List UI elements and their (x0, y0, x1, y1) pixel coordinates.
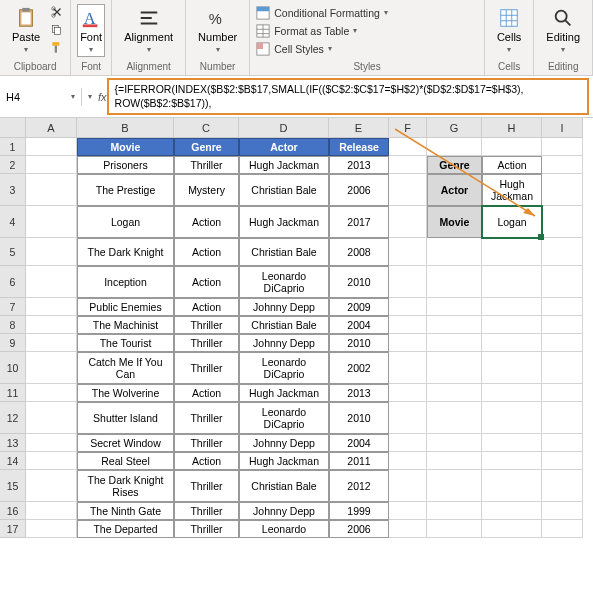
cell[interactable] (389, 298, 427, 316)
row-header[interactable]: 15 (0, 470, 26, 502)
cell-release[interactable]: 2012 (329, 470, 389, 502)
row-header[interactable]: 14 (0, 452, 26, 470)
cell[interactable] (427, 266, 482, 298)
header-actor[interactable]: Actor (239, 138, 329, 156)
cell-movie[interactable]: Public Enemies (77, 298, 174, 316)
cell-genre[interactable]: Action (174, 384, 239, 402)
cell-release[interactable]: 2004 (329, 434, 389, 452)
cell-movie[interactable]: Shutter Island (77, 402, 174, 434)
col-header-f[interactable]: F (389, 118, 427, 138)
cell[interactable] (26, 316, 77, 334)
cell-actor[interactable]: Leonardo DiCaprio (239, 266, 329, 298)
cell-actor[interactable]: Johnny Depp (239, 334, 329, 352)
cell[interactable] (26, 502, 77, 520)
cell[interactable] (542, 316, 583, 334)
cell-movie[interactable]: Inception (77, 266, 174, 298)
row-header[interactable]: 10 (0, 352, 26, 384)
lookup-genre-label[interactable]: Genre (427, 156, 482, 174)
cell[interactable] (389, 520, 427, 538)
cell[interactable] (427, 238, 482, 266)
cell[interactable] (427, 352, 482, 384)
cell-release[interactable]: 2006 (329, 174, 389, 206)
cell-genre[interactable]: Action (174, 206, 239, 238)
cell[interactable] (26, 174, 77, 206)
cell[interactable] (389, 402, 427, 434)
cell[interactable] (26, 266, 77, 298)
row-header[interactable]: 8 (0, 316, 26, 334)
cell-movie[interactable]: Secret Window (77, 434, 174, 452)
cell[interactable] (26, 298, 77, 316)
cell[interactable] (389, 138, 427, 156)
cell-genre[interactable]: Thriller (174, 502, 239, 520)
cell-actor[interactable]: Johnny Depp (239, 298, 329, 316)
cell-genre[interactable]: Thriller (174, 470, 239, 502)
cell[interactable] (427, 452, 482, 470)
cell[interactable] (26, 238, 77, 266)
col-header-g[interactable]: G (427, 118, 482, 138)
cell[interactable] (389, 206, 427, 238)
cell[interactable] (389, 334, 427, 352)
cell-movie[interactable]: The Ninth Gate (77, 502, 174, 520)
cell-release[interactable]: 1999 (329, 502, 389, 520)
cell-actor[interactable]: Christian Bale (239, 470, 329, 502)
row-header[interactable]: 11 (0, 384, 26, 402)
cell-release[interactable]: 2011 (329, 452, 389, 470)
col-header-d[interactable]: D (239, 118, 329, 138)
cell[interactable] (427, 470, 482, 502)
cell[interactable] (542, 156, 583, 174)
cell[interactable] (26, 138, 77, 156)
cell[interactable] (482, 238, 542, 266)
cell[interactable] (427, 434, 482, 452)
header-genre[interactable]: Genre (174, 138, 239, 156)
cell[interactable] (427, 316, 482, 334)
cell-genre[interactable]: Thriller (174, 334, 239, 352)
cell-movie[interactable]: The Dark Knight Rises (77, 470, 174, 502)
cell-genre[interactable]: Thriller (174, 316, 239, 334)
lookup-actor-label[interactable]: Actor (427, 174, 482, 206)
cell[interactable] (482, 266, 542, 298)
row-header[interactable]: 9 (0, 334, 26, 352)
cell[interactable] (482, 352, 542, 384)
cell[interactable] (389, 384, 427, 402)
row-header[interactable]: 13 (0, 434, 26, 452)
row-header[interactable]: 2 (0, 156, 26, 174)
cell-actor[interactable]: Hugh Jackman (239, 156, 329, 174)
col-header-b[interactable]: B (77, 118, 174, 138)
col-header-h[interactable]: H (482, 118, 542, 138)
cell-movie[interactable]: The Wolverine (77, 384, 174, 402)
cell-release[interactable]: 2004 (329, 316, 389, 334)
cell[interactable] (389, 452, 427, 470)
alignment-button[interactable]: Alignment ▾ (118, 5, 179, 56)
lookup-genre-value[interactable]: Action (482, 156, 542, 174)
format-painter-icon[interactable] (50, 41, 64, 57)
row-header[interactable]: 5 (0, 238, 26, 266)
col-header-c[interactable]: C (174, 118, 239, 138)
cell[interactable] (427, 502, 482, 520)
col-header-i[interactable]: I (542, 118, 583, 138)
cell-release[interactable]: 2002 (329, 352, 389, 384)
cell-release[interactable]: 2008 (329, 238, 389, 266)
cell[interactable] (389, 238, 427, 266)
cell-genre[interactable]: Thriller (174, 520, 239, 538)
row-header[interactable]: 4 (0, 206, 26, 238)
cell[interactable] (482, 434, 542, 452)
cell[interactable] (542, 402, 583, 434)
lookup-movie-value[interactable]: Logan (482, 206, 542, 238)
cell[interactable] (542, 238, 583, 266)
font-button[interactable]: A Font ▾ (77, 4, 105, 57)
row-header[interactable]: 16 (0, 502, 26, 520)
number-button[interactable]: % Number ▾ (192, 5, 243, 56)
header-movie[interactable]: Movie (77, 138, 174, 156)
col-header-e[interactable]: E (329, 118, 389, 138)
cell[interactable] (542, 266, 583, 298)
cell-actor[interactable]: Christian Bale (239, 316, 329, 334)
cell[interactable] (542, 434, 583, 452)
cell[interactable] (482, 470, 542, 502)
cell[interactable] (26, 334, 77, 352)
cell-release[interactable]: 2010 (329, 402, 389, 434)
cell-actor[interactable]: Hugh Jackman (239, 452, 329, 470)
row-header[interactable]: 17 (0, 520, 26, 538)
cell-genre[interactable]: Mystery (174, 174, 239, 206)
row-header[interactable]: 7 (0, 298, 26, 316)
cell-genre[interactable]: Action (174, 298, 239, 316)
